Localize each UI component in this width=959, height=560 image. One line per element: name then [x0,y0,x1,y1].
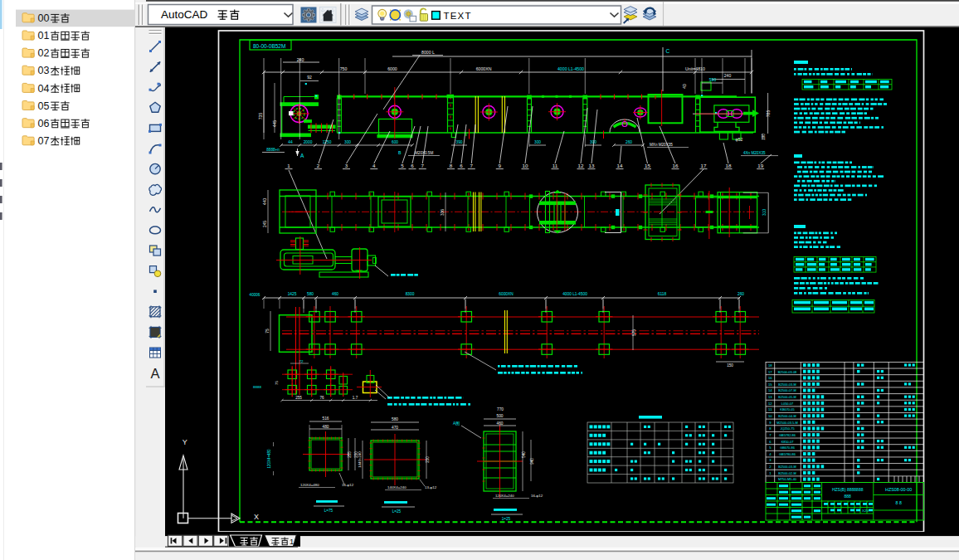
svg-text:735: 735 [258,113,263,120]
svg-text:80-00-0B52M: 80-00-0B52M [253,43,285,49]
svg-text:B2500-05-M: B2500-05-M [778,395,796,399]
svg-text:16: 16 [768,376,772,380]
svg-text:460: 460 [496,421,503,426]
svg-text:18: 18 [726,163,732,168]
svg-text:10: 10 [523,163,528,168]
svg-text:13-φ12: 13-φ12 [425,485,437,489]
svg-text:11: 11 [768,407,772,411]
svg-text:A: A [150,366,159,381]
svg-text:10: 10 [768,414,772,418]
svg-text:580: 580 [307,292,314,296]
svg-text:6: 6 [460,163,463,168]
svg-text:245: 245 [263,221,267,227]
svg-text:8: 8 [450,163,453,168]
svg-text:KB670-05: KB670-05 [780,407,794,411]
svg-text:440: 440 [263,198,267,205]
svg-text:13: 13 [768,395,772,399]
svg-text:590: 590 [709,77,717,82]
svg-text:1440=240: 1440=240 [358,451,362,468]
svg-text:HZS(B) 8888888: HZS(B) 8888888 [832,487,864,492]
svg-text:2: 2 [317,163,320,168]
svg-text:1250: 1250 [323,140,332,144]
svg-text:600: 600 [392,140,398,144]
svg-text:18: 18 [768,363,772,368]
svg-text:72: 72 [299,359,304,363]
svg-text:B: B [398,150,402,155]
svg-text:260: 260 [738,292,744,296]
svg-text:40: 40 [683,84,687,89]
svg-text:14: 14 [768,388,772,392]
svg-text:480: 480 [322,425,329,429]
svg-text:1=25: 1=25 [502,517,511,521]
svg-text:92: 92 [307,75,312,80]
svg-text:JQ250-75: JQ250-75 [780,426,794,431]
svg-text:2000: 2000 [304,140,313,144]
svg-text:190: 190 [762,134,766,140]
svg-text:B2500-03-M: B2500-03-M [778,382,796,387]
svg-text:B2500-04-M: B2500-04-M [778,414,796,418]
svg-text:K850-07: K850-07 [781,440,794,444]
svg-text:MXn M20X35: MXn M20X35 [650,143,673,147]
svg-text:575: 575 [632,329,636,336]
svg-text:150: 150 [727,363,733,368]
svg-text:A: A [300,153,304,158]
svg-text:14: 14 [617,163,623,168]
svg-text:460: 460 [332,292,338,296]
svg-text:TEXT: TEXT [444,11,472,21]
svg-text:02: 02 [38,47,50,59]
svg-text:750: 750 [340,66,348,71]
svg-text:06: 06 [38,118,50,129]
svg-text:540: 540 [522,451,526,458]
svg-text:00: 00 [38,12,50,24]
svg-text:HZS08-00-00: HZS08-00-00 [885,487,912,492]
svg-text:12: 12 [768,402,772,406]
svg-text:4Xn M20X35: 4Xn M20X35 [743,151,766,155]
svg-text:255: 255 [295,396,302,400]
svg-text:7: 7 [421,163,425,168]
svg-text:1425: 1425 [288,292,297,296]
svg-text:76: 76 [319,396,324,400]
svg-text:B2500-03-08: B2500-03-08 [778,370,797,374]
svg-text:310: 310 [762,209,767,216]
svg-text:15: 15 [645,163,650,168]
svg-text:1.7: 1.7 [353,396,358,400]
svg-text:1: 1 [287,163,290,168]
svg-text:17: 17 [768,370,772,374]
svg-text:470: 470 [392,426,398,430]
svg-text:B2500-07-M: B2500-07-M [778,388,796,392]
svg-text:Y: Y [183,438,187,446]
svg-text:140X4=240: 140X4=240 [387,485,406,489]
svg-text:15: 15 [768,382,772,387]
svg-text:8000 L: 8000 L [421,50,435,55]
svg-text:255: 255 [348,451,352,458]
svg-text:B2500-02-M: B2500-02-M [778,471,796,475]
svg-text:6118: 6118 [658,292,667,296]
svg-text:05: 05 [38,100,50,112]
svg-text:L=25: L=25 [392,509,402,514]
svg-text:260: 260 [626,140,632,144]
svg-text:8 8: 8 8 [896,500,902,505]
svg-text:8888: 8888 [253,385,261,389]
svg-text:516: 516 [322,416,329,421]
svg-text:888: 888 [845,494,852,499]
svg-text:300: 300 [344,140,351,144]
svg-text:940: 940 [530,458,534,465]
svg-text:120X4=480: 120X4=480 [267,449,271,469]
svg-text:7: 7 [470,163,474,168]
svg-text:L=75: L=75 [324,509,333,513]
svg-text:03: 03 [38,65,50,76]
svg-text:13: 13 [589,163,595,168]
svg-text:785: 785 [766,110,771,118]
svg-text:580: 580 [392,417,398,421]
svg-text:4000 L1-4500: 4000 L1-4500 [562,292,587,296]
svg-text:6000XN: 6000XN [476,66,492,71]
svg-text:336: 336 [441,209,445,216]
svg-text:04: 04 [38,83,50,95]
svg-text:75: 75 [265,329,270,334]
svg-text:75: 75 [275,381,279,385]
svg-text:GB670-86: GB670-86 [780,446,795,450]
svg-text:L050-07: L050-07 [781,402,793,406]
svg-text:8300: 8300 [406,292,415,296]
svg-text:240: 240 [724,73,732,78]
svg-text:16: 16 [673,163,679,168]
